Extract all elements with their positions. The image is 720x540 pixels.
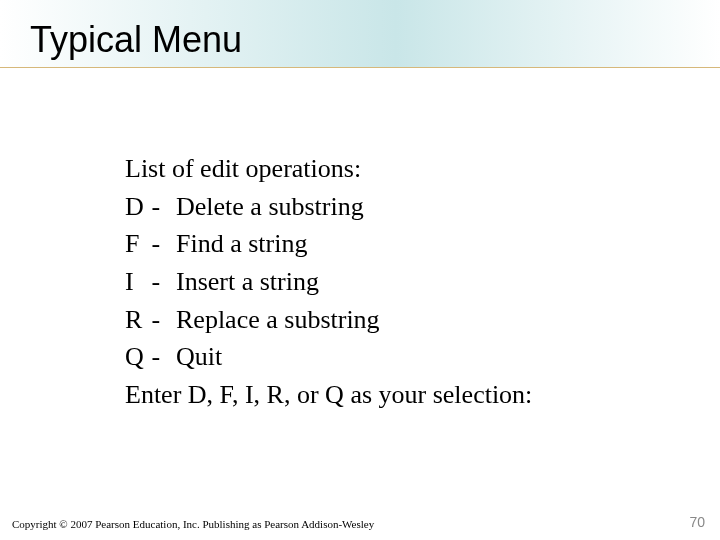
- item-key: F: [125, 225, 145, 263]
- list-item: Q - Quit: [125, 338, 685, 376]
- prompt-line: Enter D, F, I, R, or Q as your selection…: [125, 376, 685, 414]
- item-desc: Quit: [176, 342, 222, 371]
- list-item: D - Delete a substring: [125, 188, 685, 226]
- list-item: I - Insert a string: [125, 263, 685, 301]
- item-desc: Insert a string: [176, 267, 319, 296]
- list-item: F - Find a string: [125, 225, 685, 263]
- list-heading: List of edit operations:: [125, 150, 685, 188]
- copyright-footer: Copyright © 2007 Pearson Education, Inc.…: [12, 518, 374, 530]
- item-sep: -: [152, 225, 170, 263]
- item-sep: -: [152, 301, 170, 339]
- item-sep: -: [152, 188, 170, 226]
- item-desc: Find a string: [176, 229, 307, 258]
- list-item: R - Replace a substring: [125, 301, 685, 339]
- item-key: I: [125, 263, 145, 301]
- item-desc: Delete a substring: [176, 192, 364, 221]
- page-number: 70: [689, 514, 705, 530]
- item-key: D: [125, 188, 145, 226]
- item-sep: -: [152, 338, 170, 376]
- item-desc: Replace a substring: [176, 305, 380, 334]
- slide-body: List of edit operations: D - Delete a su…: [125, 150, 685, 414]
- item-key: R: [125, 301, 145, 339]
- title-bar: Typical Menu: [0, 0, 720, 68]
- item-sep: -: [152, 263, 170, 301]
- title-underline: [0, 67, 720, 68]
- slide-title: Typical Menu: [30, 20, 720, 60]
- item-key: Q: [125, 338, 145, 376]
